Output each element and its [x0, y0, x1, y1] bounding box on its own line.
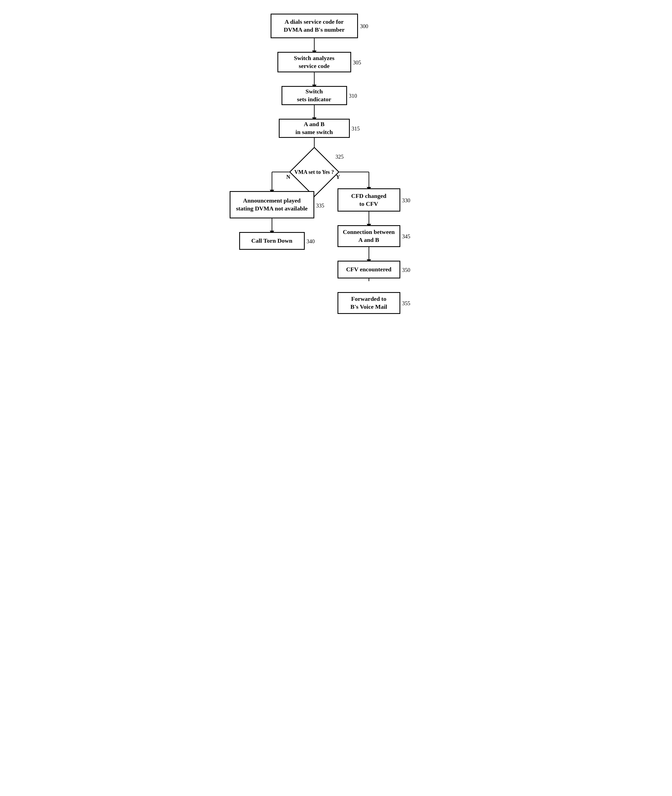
- node-340: Call Torn Down: [239, 232, 305, 250]
- label-315: 315: [352, 126, 360, 132]
- label-330: 330: [402, 197, 410, 204]
- node-345: Connection betweenA and B: [338, 225, 400, 247]
- node-315: A and Bin same switch: [279, 119, 350, 138]
- label-325: 325: [336, 154, 344, 160]
- flowchart: A dials service code forDVMA and B's num…: [224, 8, 448, 281]
- node-305: Switch analyzesservice code: [277, 52, 351, 72]
- node-335: Announcement playedstating DVMA not avai…: [230, 191, 314, 218]
- label-340: 340: [307, 238, 315, 245]
- node-310: Switchsets indicator: [282, 86, 347, 105]
- label-350: 350: [402, 267, 410, 273]
- node-300: A dials service code forDVMA and B's num…: [270, 14, 358, 38]
- label-355: 355: [402, 300, 410, 307]
- label-305: 305: [353, 59, 361, 66]
- label-335: 335: [316, 203, 325, 209]
- diamond-325: VMA set to Yes ?: [294, 152, 335, 192]
- label-310: 310: [349, 93, 357, 99]
- node-350: CFV encountered: [338, 261, 400, 278]
- branch-label-Y: Y: [336, 174, 340, 180]
- label-300: 300: [360, 23, 368, 29]
- branch-label-N: N: [286, 174, 290, 180]
- node-355: Forwarded toB's Voice Mail: [338, 292, 400, 314]
- node-330: CFD changedto CFV: [338, 189, 400, 211]
- label-345: 345: [402, 233, 410, 240]
